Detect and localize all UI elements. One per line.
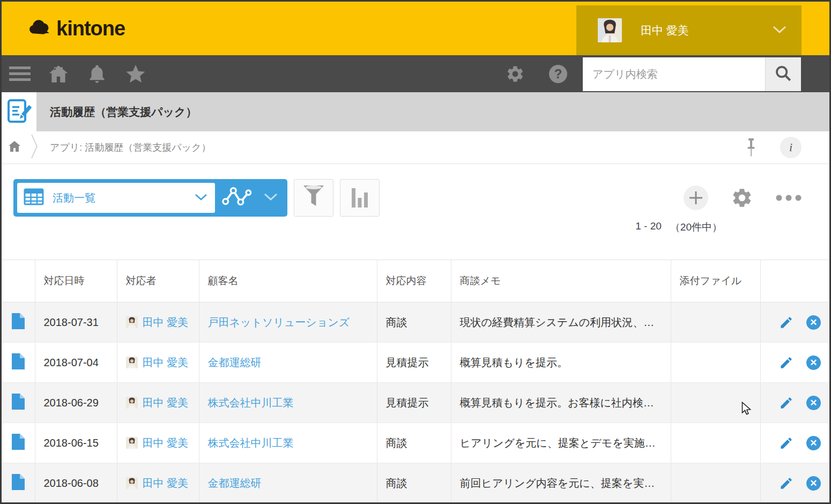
toolbar-left <box>8 62 147 86</box>
edit-record-button[interactable] <box>779 436 793 450</box>
chevron-down-icon <box>773 26 787 35</box>
person-link[interactable]: 田中 愛美 <box>143 436 189 450</box>
table-header-row: 対応日時 対応者 顧客名 対応内容 商談メモ 添付ファイル <box>2 260 830 302</box>
record-file-icon[interactable] <box>12 320 25 331</box>
edit-record-button[interactable] <box>779 476 793 491</box>
record-file-icon[interactable] <box>12 480 25 492</box>
breadcrumb-app-label[interactable]: アプリ: 活動履歴（営業支援パック） <box>50 141 211 154</box>
info-icon[interactable]: i <box>780 137 802 158</box>
record-file-icon[interactable] <box>12 400 25 412</box>
view-row: 活動一覧 <box>2 164 829 217</box>
record-file-icon[interactable] <box>12 360 25 372</box>
col-actions <box>760 260 830 302</box>
pagination-total: （20件中） <box>670 220 722 234</box>
delete-record-button[interactable]: ✕ <box>806 476 821 491</box>
app-icon-cell <box>2 92 36 131</box>
user-name: 田中 愛美 <box>641 23 689 38</box>
cell-date: 2018-06-29 <box>35 383 117 423</box>
person-link[interactable]: 田中 愛美 <box>143 355 189 370</box>
add-record-button[interactable] <box>684 186 708 210</box>
table-row: 2018-06-08 田中 愛美 金都運総研 商談 前回ヒアリング内容を元に、提… <box>2 463 830 503</box>
edit-record-button[interactable] <box>779 315 793 330</box>
edit-record-button[interactable] <box>779 355 793 370</box>
cell-type: 見積提示 <box>377 343 451 383</box>
cell-attachment <box>671 463 760 503</box>
graph-chevron-down-icon <box>264 193 278 203</box>
pin-icon[interactable] <box>746 138 756 159</box>
kintone-page: kintone 田中 愛美 <box>0 0 831 504</box>
app-settings-gear-icon[interactable] <box>731 187 753 209</box>
bar-chart-icon <box>351 186 369 210</box>
person-link[interactable]: 田中 愛美 <box>143 476 189 491</box>
pagination: 1 - 20 （20件中） <box>635 220 722 234</box>
table-view-icon <box>24 188 44 207</box>
search-button[interactable] <box>765 57 801 91</box>
cell-date: 2018-07-04 <box>35 343 117 383</box>
brand-bar: kintone 田中 愛美 <box>2 2 829 55</box>
home-icon[interactable] <box>47 62 70 86</box>
col-record-icon <box>2 260 35 302</box>
person-link[interactable]: 田中 愛美 <box>143 396 189 410</box>
search-icon <box>774 64 792 84</box>
delete-record-button[interactable]: ✕ <box>806 396 821 410</box>
kintone-logo[interactable]: kintone <box>28 17 125 40</box>
search-input[interactable] <box>583 57 765 91</box>
help-glyph: ? <box>549 65 567 83</box>
col-attachment: 添付ファイル <box>671 260 760 302</box>
app-title-bar: 活動履歴（営業支援パック） <box>36 92 829 131</box>
customer-link[interactable]: 株式会社中川工業 <box>208 437 294 449</box>
cell-attachment <box>671 383 760 423</box>
view-selector: 活動一覧 <box>13 179 287 217</box>
breadcrumb: アプリ: 活動履歴（営業支援パック） i <box>2 131 829 164</box>
customer-link[interactable]: 金都運総研 <box>208 357 262 368</box>
edit-record-button[interactable] <box>779 396 793 410</box>
delete-record-button[interactable]: ✕ <box>806 315 821 330</box>
cell-type: 見積提示 <box>377 383 451 423</box>
col-date: 対応日時 <box>35 260 117 302</box>
hamburger-menu-icon[interactable] <box>8 62 32 86</box>
person-link[interactable]: 田中 愛美 <box>143 315 189 330</box>
more-options-icon[interactable] <box>776 195 802 201</box>
admin-gear-icon[interactable] <box>503 62 527 86</box>
close-icon: ✕ <box>806 315 821 330</box>
app-search <box>583 57 801 91</box>
graph-menu[interactable] <box>215 185 284 211</box>
customer-link[interactable]: 戸田ネットソリューションズ <box>208 316 350 328</box>
cell-attachment <box>671 343 760 383</box>
pagination-range: 1 - 20 <box>635 220 662 234</box>
close-icon: ✕ <box>806 355 821 370</box>
customer-link[interactable]: 株式会社中川工業 <box>208 397 294 409</box>
global-toolbar: ? <box>2 55 829 92</box>
notification-bell-icon[interactable] <box>85 62 109 86</box>
cell-attachment <box>671 423 760 463</box>
avatar <box>126 357 138 368</box>
help-icon[interactable]: ? <box>546 62 570 86</box>
app-header: 活動履歴（営業支援パック） <box>2 92 829 131</box>
close-icon: ✕ <box>806 436 821 450</box>
col-person: 対応者 <box>117 260 199 302</box>
record-file-icon[interactable] <box>12 440 25 452</box>
delete-record-button[interactable]: ✕ <box>806 355 821 370</box>
view-dropdown[interactable]: 活動一覧 <box>17 183 215 213</box>
view-section: 活動一覧 <box>2 164 829 260</box>
chart-button[interactable] <box>340 179 380 217</box>
table-row: 2018-07-04 田中 愛美 金都運総研 見積提示 概算見積もりを提示。 ✕ <box>2 343 830 383</box>
close-icon: ✕ <box>806 396 821 410</box>
app-title: 活動履歴（営業支援パック） <box>50 105 197 120</box>
customer-link[interactable]: 金都運総研 <box>208 477 262 489</box>
cell-memo: 概算見積もりを提示。お客様に社内検… <box>451 383 671 423</box>
line-chart-icon <box>221 185 254 211</box>
breadcrumb-home-icon[interactable] <box>8 140 21 155</box>
table-row: 2018-06-29 田中 愛美 株式会社中川工業 見積提示 概算見積もりを提示… <box>2 383 830 423</box>
toolbar-right: ? <box>503 62 570 86</box>
favorite-star-icon[interactable] <box>124 62 147 86</box>
user-menu[interactable]: 田中 愛美 <box>576 5 802 55</box>
app-record-icon <box>7 99 32 125</box>
record-controls <box>684 186 802 210</box>
avatar <box>126 477 138 489</box>
avatar <box>126 316 138 328</box>
delete-record-button[interactable]: ✕ <box>806 436 821 450</box>
cell-date: 2018-06-15 <box>35 423 117 463</box>
filter-button[interactable] <box>294 179 333 217</box>
breadcrumb-chevron-icon <box>31 134 38 161</box>
